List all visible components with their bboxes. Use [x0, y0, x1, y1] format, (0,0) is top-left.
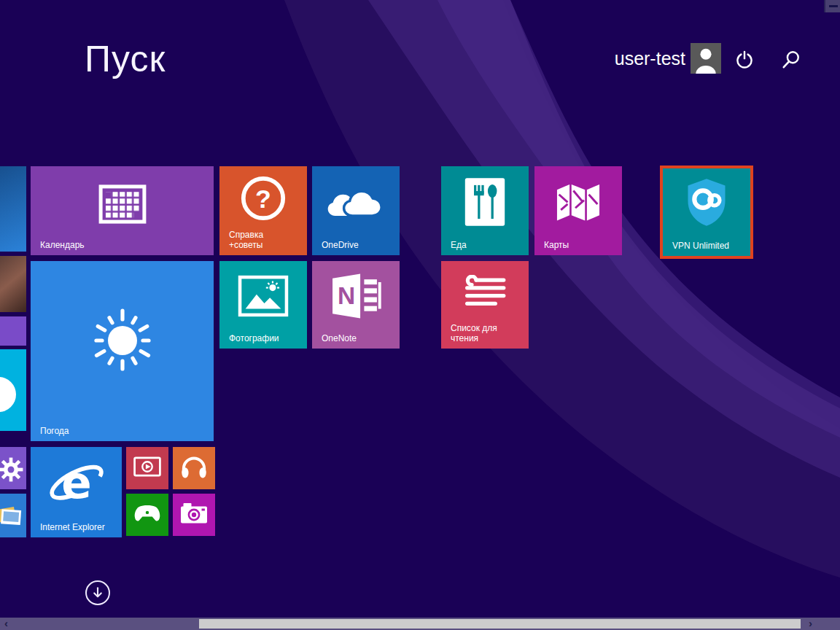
down-arrow-icon	[91, 586, 105, 600]
shield-icon	[684, 177, 729, 230]
tile-label: Фотографии	[229, 333, 279, 343]
tile-vpn-unlimited[interactable]: VPN Unlimited	[663, 168, 750, 256]
camera-icon	[179, 502, 209, 528]
tile-label: OneDrive	[322, 240, 359, 250]
tile-internet-explorer[interactable]: e Internet Explorer	[31, 447, 122, 537]
tile-calendar[interactable]: Календарь	[31, 166, 214, 255]
svg-text:?: ?	[255, 184, 271, 214]
picture-icon	[238, 275, 289, 320]
minus-dash-icon	[829, 5, 838, 7]
tile-food[interactable]: Еда	[441, 166, 529, 255]
semantic-zoom-button[interactable]	[824, 0, 840, 12]
headphones-icon	[179, 454, 209, 483]
horizontal-scrollbar[interactable]: ‹ ›	[0, 618, 840, 630]
tile-label: VPN Unlimited	[672, 241, 729, 251]
tile-label: Список для чтения	[451, 323, 513, 343]
tile-label: Карты	[544, 240, 569, 250]
scroll-left-arrow[interactable]: ‹	[4, 617, 8, 629]
photo-stack-icon	[0, 504, 25, 529]
clouds-icon	[326, 182, 386, 225]
search-icon	[782, 50, 801, 69]
svg-text:N: N	[338, 283, 355, 310]
reading-list-icon	[461, 275, 509, 314]
gamepad-icon	[133, 502, 162, 527]
edge-tile-photo[interactable]	[0, 256, 26, 312]
skype-blob	[0, 377, 16, 412]
edge-tile-settings[interactable]	[0, 447, 26, 489]
video-icon	[133, 456, 161, 480]
power-button[interactable]	[735, 50, 754, 69]
user-avatar-icon	[690, 43, 722, 74]
tile-reading-list[interactable]: Список для чтения	[441, 261, 529, 349]
ie-icon: e	[45, 459, 108, 512]
tile-onedrive[interactable]: OneDrive	[312, 166, 400, 255]
tile-camera[interactable]	[173, 494, 215, 536]
page-title: Пуск	[85, 38, 166, 80]
tile-video[interactable]	[126, 447, 168, 489]
tile-help-tips[interactable]: ? Справка +советы	[219, 166, 307, 255]
help-icon: ?	[238, 174, 288, 226]
search-button[interactable]	[782, 50, 801, 69]
tile-label: OneNote	[322, 333, 357, 343]
scroll-right-arrow[interactable]: ›	[809, 617, 812, 629]
tile-label: Календарь	[40, 240, 85, 250]
tile-selection-border: VPN Unlimited	[660, 166, 753, 259]
tile-label: Погода	[40, 426, 69, 436]
calendar-icon	[98, 184, 147, 227]
start-screen: Пуск user-test	[0, 0, 840, 630]
folded-map-icon	[554, 181, 602, 225]
edge-tile-blue[interactable]	[0, 166, 26, 252]
tile-maps[interactable]: Карты	[534, 166, 622, 255]
tile-games[interactable]	[126, 494, 168, 536]
edge-tile-photostack[interactable]	[0, 494, 26, 537]
apps-view-button[interactable]	[85, 580, 110, 605]
tile-weather[interactable]: Погода	[31, 261, 214, 441]
scrollbar-thumb[interactable]	[199, 619, 801, 629]
sun-icon	[88, 306, 158, 378]
onenote-icon: N	[330, 273, 381, 322]
tile-label: Справка +советы	[229, 230, 280, 250]
user-avatar[interactable]	[690, 43, 722, 74]
tile-label: Internet Explorer	[40, 522, 105, 532]
edge-tile-skype[interactable]	[0, 349, 26, 431]
tile-music[interactable]	[173, 447, 215, 489]
edge-tile-purple[interactable]	[0, 316, 26, 346]
power-icon	[735, 50, 754, 69]
tile-onenote[interactable]: N OneNote	[312, 261, 400, 349]
fork-spoon-icon	[464, 177, 506, 230]
tile-label: Еда	[451, 240, 467, 250]
gear-icon	[0, 456, 24, 483]
user-name[interactable]: user-test	[615, 48, 685, 69]
tile-photos[interactable]: Фотографии	[219, 261, 307, 349]
